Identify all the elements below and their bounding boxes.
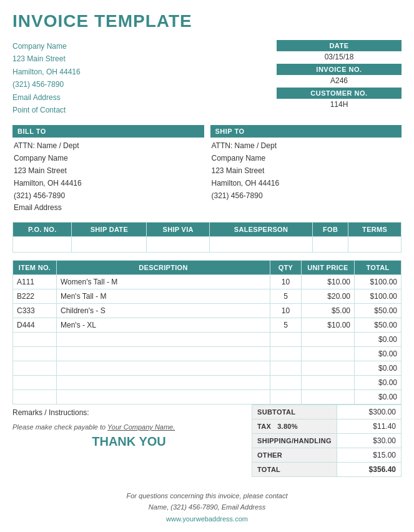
page-title: INVOICE TEMPLATE	[12, 11, 402, 31]
po-header-3: SALESPERSON	[210, 223, 313, 237]
item-header-no: ITEM NO.	[13, 261, 57, 275]
table-row: $0.00	[13, 361, 402, 376]
ship-phone: (321) 456-7890	[210, 190, 402, 203]
item-no	[13, 333, 57, 347]
item-desc: Children's - S	[57, 304, 270, 318]
po-header-1: SHIP DATE	[72, 223, 147, 237]
company-email: Email Address	[12, 91, 81, 104]
customer-no-row: CUSTOMER NO. 114H	[277, 88, 402, 111]
item-desc	[57, 347, 270, 361]
item-total: $50.00	[355, 304, 402, 318]
company-city: Hamilton, OH 44416	[12, 66, 81, 78]
po-cell-5	[348, 237, 402, 253]
totals-table: SUBTOTAL $300.00 TAX 3.80% $11.40 SHIPPI…	[252, 404, 402, 477]
table-row: $0.00	[13, 390, 402, 404]
check-note: Please make check payable to Your Compan…	[12, 423, 245, 431]
table-row: $0.00	[13, 347, 402, 361]
item-no	[13, 361, 57, 376]
ship-address: 123 Main Street	[210, 165, 402, 178]
bill-attn: ATTN: Name / Dept	[12, 140, 204, 153]
item-no: B222	[13, 289, 57, 304]
other-row: OTHER $15.00	[252, 448, 402, 463]
footer-contact-line1: For questions concerning this invoice, p…	[12, 491, 402, 502]
item-qty	[270, 361, 302, 376]
po-cell-4	[312, 237, 348, 253]
item-total: $100.00	[355, 289, 402, 304]
item-qty	[270, 347, 302, 361]
tax-row: TAX 3.80% $11.40	[252, 419, 402, 434]
totals-column: SUBTOTAL $300.00 TAX 3.80% $11.40 SHIPPI…	[252, 404, 402, 477]
item-desc: Women's Tall - M	[57, 275, 270, 289]
item-qty: 10	[270, 304, 302, 318]
date-row: DATE 03/15/18	[277, 40, 402, 64]
item-desc: Men's Tall - M	[57, 289, 270, 304]
item-price	[302, 376, 355, 390]
item-no: D444	[13, 318, 57, 333]
tax-label: TAX 3.80%	[252, 419, 337, 434]
item-price	[302, 333, 355, 347]
item-price: $20.00	[302, 289, 355, 304]
item-no: A111	[13, 275, 57, 289]
item-qty: 5	[270, 289, 302, 304]
ship-attn: ATTN: Name / Dept	[210, 140, 402, 153]
customer-value: 114H	[277, 99, 402, 111]
ship-name: Company Name	[210, 153, 402, 165]
po-header-5: TERMS	[348, 223, 402, 237]
item-price	[302, 347, 355, 361]
customer-label: CUSTOMER NO.	[277, 88, 402, 99]
footer-contact-line2: Name, (321) 456-7890, Email Address	[12, 502, 402, 513]
footer-contact: For questions concerning this invoice, p…	[12, 491, 402, 513]
remarks-label: Remarks / Instructions:	[12, 408, 245, 417]
item-no	[13, 376, 57, 390]
item-header-desc: DESCRIPTION	[57, 261, 270, 275]
item-total: $0.00	[355, 361, 402, 376]
date-value: 03/15/18	[277, 51, 402, 64]
item-total: $0.00	[355, 376, 402, 390]
invoice-meta: DATE 03/15/18 INVOICE NO. A246 CUSTOMER …	[277, 40, 402, 116]
shipping-value: $30.00	[337, 434, 401, 448]
items-table: ITEM NO. DESCRIPTION QTY UNIT PRICE TOTA…	[12, 260, 402, 404]
shipping-row: SHIPPING/HANDLING $30.00	[252, 434, 402, 448]
shipping-label: SHIPPING/HANDLING	[252, 434, 337, 448]
item-qty: 5	[270, 318, 302, 333]
item-qty	[270, 333, 302, 347]
total-label: TOTAL	[252, 463, 337, 477]
table-row: D444 Men's - XL 5 $10.00 $50.00	[13, 318, 402, 333]
po-cell-3	[210, 237, 313, 253]
item-qty: 10	[270, 275, 302, 289]
item-price: $10.00	[302, 275, 355, 289]
item-total: $0.00	[355, 390, 402, 404]
tax-value: $11.40	[337, 419, 401, 434]
other-value: $15.00	[337, 448, 401, 463]
item-price	[302, 390, 355, 404]
po-cell-0	[13, 237, 72, 253]
company-phone: (321) 456-7890	[12, 78, 81, 91]
ship-to-header: SHIP TO	[210, 125, 402, 138]
table-row: B222 Men's Tall - M 5 $20.00 $100.00	[13, 289, 402, 304]
subtotal-label: SUBTOTAL	[252, 405, 337, 419]
po-cell-1	[72, 237, 147, 253]
po-table: P.O. NO. SHIP DATE SHIP VIA SALESPERSON …	[12, 222, 402, 253]
item-total: $0.00	[355, 333, 402, 347]
subtotal-value: $300.00	[337, 405, 401, 419]
table-row: C333 Children's - S 10 $5.00 $50.00	[13, 304, 402, 318]
item-qty	[270, 376, 302, 390]
item-header-total: TOTAL	[355, 261, 402, 275]
item-no	[13, 347, 57, 361]
company-address: 123 Main Street	[12, 53, 81, 65]
bill-email: Email Address	[12, 202, 204, 214]
total-value: $356.40	[337, 463, 401, 477]
item-qty	[270, 390, 302, 404]
other-label: OTHER	[252, 448, 337, 463]
table-row: A111 Women's Tall - M 10 $10.00 $100.00	[13, 275, 402, 289]
item-header-price: UNIT PRICE	[302, 261, 355, 275]
item-price: $10.00	[302, 318, 355, 333]
item-desc	[57, 390, 270, 404]
bill-phone: (321) 456-7890	[12, 190, 204, 203]
thank-you-text: THANK YOU	[12, 434, 245, 449]
bill-to-box: BILL TO ATTN: Name / Dept Company Name 1…	[12, 125, 204, 214]
item-header-qty: QTY	[270, 261, 302, 275]
bill-city: Hamilton, OH 44416	[12, 178, 204, 190]
bill-address: 123 Main Street	[12, 165, 204, 178]
bill-ship-section: BILL TO ATTN: Name / Dept Company Name 1…	[12, 125, 402, 214]
